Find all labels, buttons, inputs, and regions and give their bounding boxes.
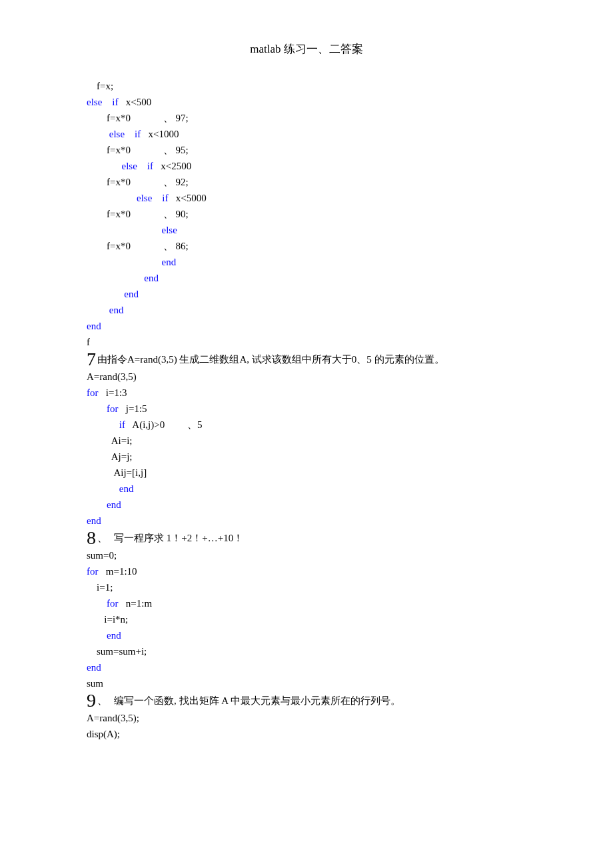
question-7-heading: 7 由指令A=rand(3,5) 生成二维数组A, 试求该数组中所有大于0、5 … (87, 350, 526, 369)
question-text: 编写一个函数, 找出矩阵 A 中最大元素与最小元素所在的行列号。 (107, 693, 400, 710)
code: for m=1:10 (87, 563, 526, 579)
code: else (87, 222, 526, 238)
question-number: 9 (87, 691, 96, 710)
code: Ai=i; (87, 433, 526, 449)
code: for j=1:5 (87, 401, 526, 417)
code: A=rand(3,5) (87, 369, 526, 385)
code: Aij=[i,j] (87, 465, 526, 481)
code: end (87, 286, 526, 302)
code: f=x*0 、 95; (87, 142, 526, 158)
code: for n=1:m (87, 595, 526, 611)
code: end (87, 254, 526, 270)
code: f=x*0 、 97; (87, 110, 526, 126)
code: end (87, 302, 526, 318)
code: end (87, 481, 526, 497)
code: i=1; (87, 579, 526, 595)
code: f=x*0 、 90; (87, 206, 526, 222)
code: end (87, 497, 526, 513)
page-title: matlab 练习一、二答案 (87, 40, 526, 58)
code: end (87, 513, 526, 529)
code: else if x<500 (87, 94, 526, 110)
question-number: 8 (87, 529, 96, 547)
code: Aj=j; (87, 449, 526, 465)
code: end (87, 627, 526, 643)
question-text: 写一程序求 1！+2！+…+10！ (107, 530, 243, 547)
question-sep: 、 (97, 693, 107, 710)
code: i=i*n; (87, 611, 526, 627)
code: else if x<2500 (87, 158, 526, 174)
question-text: 由指令A=rand(3,5) 生成二维数组A, 试求该数组中所有大于0、5 的元… (97, 351, 444, 369)
code: end (87, 318, 526, 334)
question-8-heading: 8 、 写一程序求 1！+2！+…+10！ (87, 529, 526, 547)
code: sum=0; (87, 547, 526, 563)
code: end (87, 659, 526, 675)
code: if A(i,j)>0 、5 (87, 417, 526, 433)
code: sum (87, 675, 526, 691)
code: f=x*0 、 86; (87, 238, 526, 254)
code: A=rand(3,5); (87, 710, 526, 726)
code: else if x<5000 (87, 190, 526, 206)
code: f (87, 334, 526, 350)
question-number: 7 (87, 350, 96, 369)
question-9-heading: 9 、 编写一个函数, 找出矩阵 A 中最大元素与最小元素所在的行列号。 (87, 691, 526, 710)
code: else if x<1000 (87, 126, 526, 142)
code: sum=sum+i; (87, 643, 526, 659)
code: f=x*0 、 92; (87, 174, 526, 190)
code: disp(A); (87, 726, 526, 742)
code: f=x; (87, 78, 526, 94)
code: for i=1:3 (87, 385, 526, 401)
question-sep: 、 (97, 530, 107, 547)
code: end (87, 270, 526, 286)
